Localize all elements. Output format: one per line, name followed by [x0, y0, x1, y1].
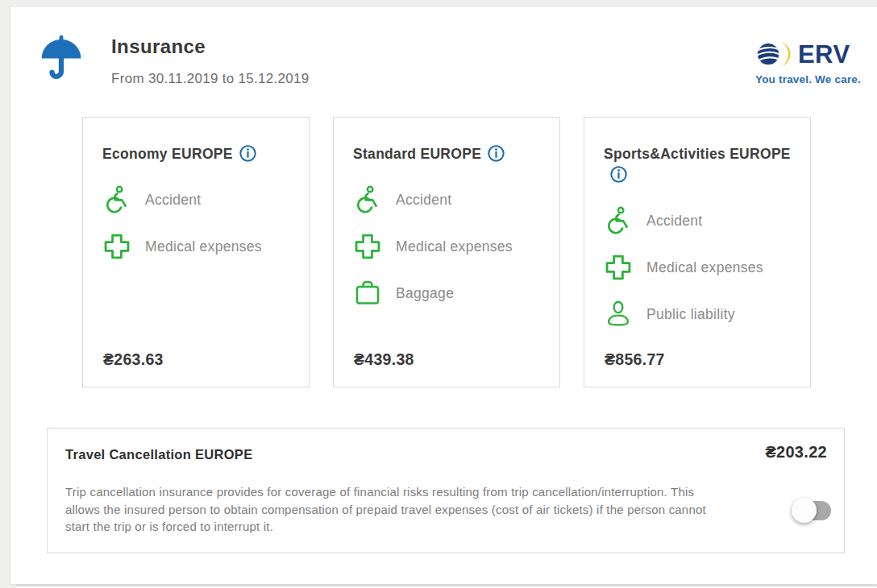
trip-dates: From 30.11.2019 to 15.12.2019 [111, 71, 310, 87]
feature-row: Medical expenses [353, 232, 540, 261]
plan-features: Accident Medical expenses [102, 185, 289, 261]
baggage-icon [353, 279, 382, 308]
plan-price: ₴263.63 [103, 350, 164, 369]
plan-name: Economy EUROPE [102, 146, 233, 162]
toggle-knob[interactable] [792, 498, 817, 523]
erv-brand-logo: ERV You travel. We care. [755, 39, 861, 85]
plan-features: Accident Medical expenses Public liabili… [604, 206, 791, 329]
main-panel: Insurance From 30.11.2019 to 15.12.2019 … [10, 6, 877, 585]
accident-icon [102, 185, 131, 214]
plan-features: Accident Medical expenses Baggage [353, 185, 540, 308]
feature-label: Public liability [646, 306, 735, 323]
accident-icon [353, 185, 382, 214]
feature-label: Baggage [396, 285, 454, 302]
public-liability-icon [604, 300, 633, 329]
plan-card[interactable]: Economy EUROPE Accident Medical expenses… [82, 117, 310, 387]
feature-row: Baggage [353, 279, 540, 308]
brand-tagline: You travel. We care. [755, 73, 861, 85]
feature-label: Accident [646, 213, 703, 230]
info-icon[interactable] [609, 165, 628, 184]
feature-label: Medical expenses [396, 238, 513, 255]
cancellation-price: ₴203.22 [765, 443, 827, 462]
brand-name: ERV [798, 40, 850, 69]
feature-label: Accident [145, 192, 202, 209]
plan-card[interactable]: Standard EUROPE Accident Medical expense… [333, 117, 560, 387]
plan-price: ₴856.77 [605, 350, 665, 369]
feature-label: Accident [396, 192, 452, 209]
feature-label: Medical expenses [646, 259, 763, 276]
accident-icon [604, 206, 633, 235]
cancellation-toggle[interactable] [794, 501, 831, 520]
feature-row: Accident [353, 185, 540, 214]
feature-row: Medical expenses [604, 253, 791, 282]
umbrella-icon [39, 33, 83, 83]
plan-name: Standard EUROPE [353, 146, 481, 162]
plan-heading: Standard EUROPE [353, 143, 540, 164]
plan-name: Sports&Activities EUROPE [604, 146, 791, 162]
insurance-page: Insurance From 30.11.2019 to 15.12.2019 … [0, 0, 877, 588]
feature-row: Public liability [604, 300, 791, 329]
plan-heading: Economy EUROPE [102, 143, 289, 164]
plan-cards: Economy EUROPE Accident Medical expenses… [82, 117, 811, 387]
feature-row: Accident [604, 206, 791, 235]
feature-row: Medical expenses [102, 232, 289, 261]
erv-globe-icon [755, 39, 791, 71]
info-icon[interactable] [487, 144, 505, 163]
cancellation-description: Trip cancellation insurance provides for… [65, 483, 710, 536]
feature-label: Medical expenses [145, 238, 262, 255]
feature-row: Accident [102, 185, 289, 214]
cancellation-title: Travel Cancellation EUROPE [65, 447, 252, 462]
travel-cancellation-card: Travel Cancellation EUROPE ₴203.22 Trip … [47, 428, 845, 553]
plan-heading: Sports&Activities EUROPE [604, 143, 791, 185]
page-title: Insurance [111, 35, 206, 58]
medical-cross-icon [102, 232, 131, 261]
plan-price: ₴439.38 [354, 350, 414, 369]
medical-cross-icon [604, 253, 633, 282]
medical-cross-icon [353, 232, 382, 261]
plan-card[interactable]: Sports&Activities EUROPE Accident Medica… [584, 117, 811, 387]
info-icon[interactable] [239, 144, 257, 163]
